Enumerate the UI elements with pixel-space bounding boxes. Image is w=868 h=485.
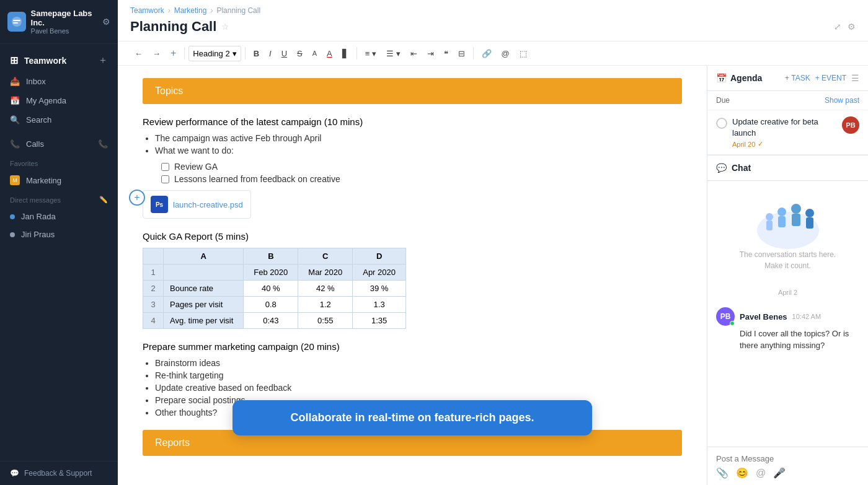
- chat-msg-header: PB Pavel Benes 10:42 AM: [716, 307, 859, 326]
- marketing-label: Marketing: [26, 176, 61, 185]
- page-settings-icon[interactable]: ⚙: [848, 22, 856, 32]
- breadcrumb-teamwork[interactable]: Teamwork: [130, 6, 164, 15]
- chat-audio-icon[interactable]: 🎤: [773, 467, 786, 479]
- page-title-row: Planning Call ☆ ⤢ ⚙: [130, 19, 856, 41]
- marketing-icon: M: [10, 175, 20, 185]
- add-task-button[interactable]: + TASK: [785, 74, 810, 82]
- show-past-button[interactable]: Show past: [825, 96, 859, 105]
- task-avatar-1: PB: [842, 116, 859, 134]
- heading-selector[interactable]: Heading 2 ▾: [188, 46, 241, 61]
- sidebar-item-jan-rada[interactable]: Jan Rada: [0, 208, 118, 225]
- agenda-menu-icon[interactable]: ☰: [851, 73, 859, 83]
- table-row-4-num: 4: [143, 313, 164, 329]
- user-name: Pavel Benes: [31, 27, 102, 35]
- align-button[interactable]: ≡ ▾: [361, 46, 381, 61]
- section2-title: Quick GA Report (5 mins): [143, 231, 682, 242]
- feedback-button[interactable]: 💬 Feedback & Support: [0, 461, 118, 485]
- table-col-a: A: [164, 248, 244, 264]
- inbox-icon: 📥: [10, 77, 20, 86]
- feedback-label: Feedback & Support: [24, 469, 92, 478]
- editor-wrapper: + Topics Review performance of the lates…: [118, 66, 707, 485]
- highlight-button[interactable]: ▋: [338, 46, 353, 61]
- bold-button[interactable]: B: [249, 46, 264, 61]
- add-content-button[interactable]: +: [129, 190, 145, 206]
- indent-right-button[interactable]: ⇥: [423, 46, 438, 61]
- chat-empty-line1: The conversation starts here.: [740, 249, 836, 260]
- agenda-due-row: Due Show past: [707, 91, 868, 110]
- italic-button[interactable]: I: [265, 46, 276, 61]
- section3-time: (20 mins): [301, 341, 340, 352]
- redo-button[interactable]: →: [148, 46, 165, 61]
- checkbox-item-1: Review GA: [161, 162, 682, 172]
- new-dm-icon[interactable]: ✏️: [99, 196, 108, 204]
- calls-label: Calls: [26, 139, 44, 149]
- svg-rect-9: [792, 214, 800, 226]
- breadcrumb-sep-2: ›: [210, 6, 213, 15]
- svg-point-8: [791, 204, 801, 214]
- add-teamwork-icon[interactable]: ＋: [98, 54, 108, 67]
- svg-point-4: [766, 213, 773, 221]
- sidebar-item-my-agenda[interactable]: 📅 My Agenda: [0, 91, 118, 110]
- table-row-1-num: 1: [143, 264, 164, 281]
- checkbox-review-ga[interactable]: [161, 163, 169, 171]
- table-pages-label: Pages per visit: [164, 297, 244, 313]
- chat-message-1: PB Pavel Benes 10:42 AM Did I cover all …: [707, 301, 868, 357]
- sidebar-item-inbox[interactable]: 📥 Inbox: [0, 72, 118, 91]
- checkbox-lessons[interactable]: [161, 175, 169, 183]
- due-label: Due: [716, 96, 730, 105]
- ga-table: A B C D 1 Feb 2020 Mar 2020 Apr 2020: [143, 248, 406, 329]
- sidebar-item-search[interactable]: 🔍 Search: [0, 110, 118, 129]
- chat-time: 10:42 AM: [792, 313, 821, 320]
- chat-input[interactable]: [716, 454, 859, 463]
- add-event-button[interactable]: + EVENT: [815, 74, 846, 82]
- sidebar-item-jiri-praus[interactable]: Jiri Praus: [0, 225, 118, 243]
- chat-empty-line2: Make it count.: [740, 260, 836, 271]
- org-info: Samepage Labs Inc. Pavel Benes: [31, 9, 102, 35]
- expand-icon[interactable]: ⤢: [834, 22, 841, 32]
- indent-left-button[interactable]: ⇤: [406, 46, 422, 61]
- add-button[interactable]: +: [166, 45, 180, 61]
- mention-button[interactable]: @: [497, 46, 514, 61]
- quote-button[interactable]: ❝: [440, 46, 453, 61]
- breadcrumb-sep-1: ›: [168, 6, 170, 15]
- table-pages-apr: 1.3: [353, 297, 406, 313]
- file-attachment[interactable]: Ps launch-creative.psd: [143, 190, 251, 219]
- align-center-button[interactable]: ⊟: [454, 46, 469, 61]
- chat-section: 💬 Chat: [707, 155, 868, 357]
- sidebar-item-teamwork[interactable]: ⊞ Teamwork ＋: [0, 49, 118, 72]
- underline-button[interactable]: U: [277, 46, 291, 61]
- embed-button[interactable]: ⬚: [515, 46, 531, 61]
- list-button[interactable]: ☰ ▾: [382, 46, 405, 61]
- chat-header[interactable]: 💬 Chat: [707, 155, 868, 181]
- font-color-button[interactable]: A: [322, 46, 337, 61]
- strikethrough-button[interactable]: S: [293, 46, 307, 61]
- table-r1-c: Mar 2020: [298, 264, 353, 281]
- chat-emoji-icon[interactable]: 😊: [736, 467, 748, 479]
- svg-point-10: [805, 209, 814, 217]
- task-item-1: Update creative for beta launch April 20…: [707, 110, 868, 155]
- breadcrumb-marketing[interactable]: Marketing: [174, 6, 207, 15]
- link-button[interactable]: 🔗: [477, 46, 496, 61]
- sidebar-calls[interactable]: 📞 Calls 📞: [0, 134, 118, 154]
- chat-icon: 💬: [716, 163, 727, 173]
- jiri-praus-label: Jiri Praus: [21, 230, 55, 239]
- task-checkbox-1[interactable]: [716, 118, 727, 129]
- chat-attachment-icon[interactable]: 📎: [716, 467, 728, 479]
- page-title: Planning Call: [130, 19, 216, 35]
- bullet-3-2: Re-think targeting: [155, 370, 682, 380]
- checkbox-review-ga-label: Review GA: [174, 162, 218, 172]
- favorite-star-icon[interactable]: ☆: [221, 22, 229, 32]
- settings-icon[interactable]: ⚙: [102, 17, 110, 27]
- undo-button[interactable]: ←: [130, 46, 147, 61]
- toolbar-sep-3: [356, 47, 357, 59]
- table-r1-a: [164, 264, 244, 281]
- font-size-button[interactable]: A: [308, 47, 321, 59]
- table-time-mar: 0:55: [298, 313, 353, 329]
- svg-point-0: [12, 17, 22, 27]
- file-type-icon: Ps: [151, 196, 168, 213]
- table-bounce-apr: 39 %: [353, 281, 406, 297]
- sidebar-item-marketing[interactable]: M Marketing: [0, 171, 118, 190]
- online-dot-2: [10, 232, 15, 237]
- section-2: Quick GA Report (5 mins) A B C D 1: [143, 231, 682, 329]
- chat-mention-icon[interactable]: @: [756, 468, 766, 479]
